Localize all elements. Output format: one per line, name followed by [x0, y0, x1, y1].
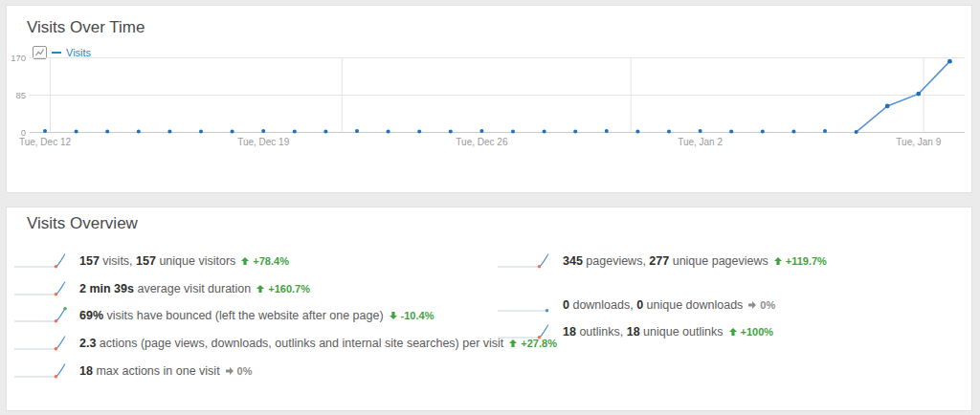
sparkline-chart — [13, 361, 67, 381]
trend: +78.4% — [241, 255, 289, 267]
trend-value: +78.4% — [253, 255, 289, 267]
trend-arrow-icon — [256, 285, 264, 293]
trend-arrow-icon — [748, 301, 756, 309]
trend: +119.7% — [774, 255, 827, 267]
svg-text:85: 85 — [15, 90, 26, 100]
stat-row[interactable]: 2.3 actions (page views, downloads, outl… — [13, 334, 557, 353]
trend-value: 0% — [237, 365, 253, 377]
svg-text:Tue, Dec 26: Tue, Dec 26 — [456, 137, 508, 147]
svg-text:Tue, Dec 19: Tue, Dec 19 — [237, 137, 290, 147]
stat-row[interactable]: 0 downloads, 0 unique downloads 0% — [497, 295, 775, 315]
sparkline-chart — [497, 251, 550, 271]
widget-title-visits-over-time: Visits Over Time — [7, 17, 971, 38]
visits-line-chart: 085170Tue, Dec 12Tue, Dec 19Tue, Dec 26T… — [7, 49, 973, 159]
sparkline-chart — [13, 334, 67, 353]
trend-arrow-icon — [390, 312, 397, 319]
visits-overview-widget: Visits Overview 157 visits, 157 unique v… — [6, 207, 972, 411]
stat-row[interactable]: 18 outlinks, 18 unique outlinks +100% — [497, 322, 773, 341]
sparkline-chart — [497, 322, 550, 341]
stat-row[interactable]: 18 max actions in one visit 0% — [13, 361, 253, 381]
sparkline-chart — [13, 279, 67, 298]
stat-row[interactable]: 157 visits, 157 unique visitors +78.4% — [13, 251, 289, 271]
trend-arrow-icon — [774, 257, 782, 265]
svg-text:Tue, Dec 12: Tue, Dec 12 — [19, 137, 72, 147]
trend-value: +100% — [741, 326, 774, 338]
trend: -10.4% — [390, 310, 434, 321]
stat-row[interactable]: 69% visits have bounced (left the websit… — [13, 306, 434, 325]
stat-text: 18 max actions in one visit — [79, 364, 220, 378]
stat-row[interactable]: 2 min 39s average visit duration +160.7% — [13, 279, 310, 298]
trend: +160.7% — [256, 283, 310, 295]
trend-value: 0% — [760, 299, 775, 311]
stat-text: 18 outlinks, 18 unique outlinks — [563, 325, 724, 339]
stat-text: 2.3 actions (page views, downloads, outl… — [79, 337, 503, 350]
stat-text: 69% visits have bounced (left the websit… — [79, 309, 384, 322]
visits-over-time-widget: Visits Over Time Visits 085170Tue, Dec 1… — [6, 5, 972, 193]
stat-text: 157 visits, 157 unique visitors — [79, 254, 235, 268]
sparkline-chart — [13, 251, 67, 271]
stat-text: 345 pageviews, 277 unique pageviews — [563, 254, 768, 268]
sparkline-chart — [497, 295, 550, 315]
stat-text: 2 min 39s average visit duration — [79, 282, 251, 295]
overview-column-right: 345 pageviews, 277 unique pageviews +119… — [497, 208, 966, 412]
trend: 0% — [226, 365, 253, 377]
svg-text:Tue, Jan 9: Tue, Jan 9 — [896, 137, 941, 147]
svg-text:170: 170 — [11, 53, 26, 63]
trend-arrow-icon — [241, 257, 249, 265]
stat-row[interactable]: 345 pageviews, 277 unique pageviews +119… — [497, 251, 827, 271]
stat-text: 0 downloads, 0 unique downloads — [563, 298, 743, 312]
trend-value: +160.7% — [268, 283, 310, 295]
trend-arrow-icon — [729, 328, 737, 336]
trend-value: -10.4% — [401, 310, 434, 321]
sparkline-chart — [13, 306, 67, 325]
svg-text:Tue, Jan 2: Tue, Jan 2 — [678, 137, 723, 147]
trend-value: +119.7% — [786, 255, 827, 267]
overview-column-left: 157 visits, 157 unique visitors +78.4% 2… — [13, 208, 492, 412]
trend-arrow-icon — [226, 367, 234, 375]
trend: +100% — [729, 326, 774, 338]
trend: 0% — [748, 299, 775, 311]
